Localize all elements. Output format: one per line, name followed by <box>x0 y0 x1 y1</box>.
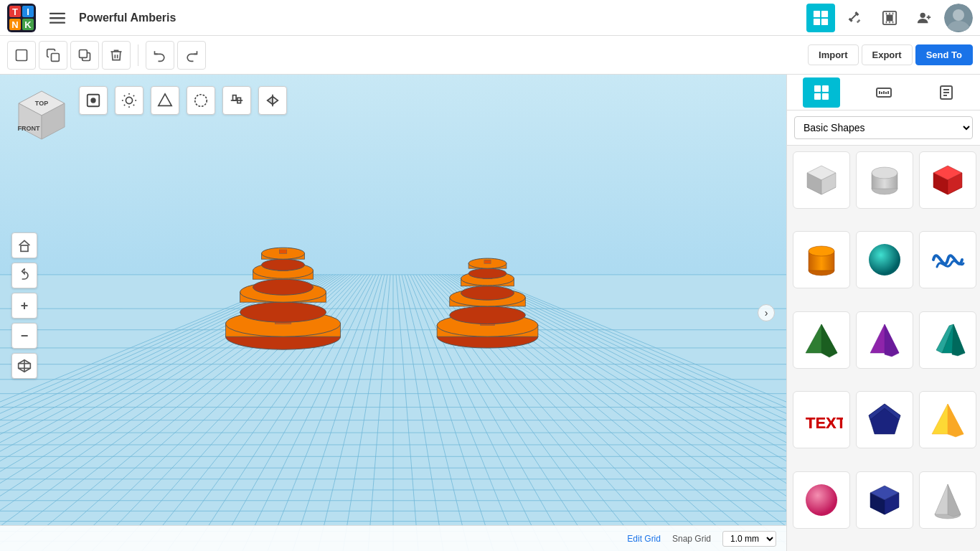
send-to-button[interactable]: Send To <box>915 44 973 65</box>
svg-marker-96 <box>952 324 965 356</box>
svg-text:TOP: TOP <box>35 100 48 107</box>
svg-rect-29 <box>17 50 27 60</box>
mirror-button[interactable] <box>258 86 287 115</box>
svg-rect-12 <box>814 10 820 17</box>
shapes-header: Basic Shapes Letters Connectors Featured <box>787 110 980 146</box>
status-bar: Edit Grid Snap Grid 1.0 mm 0.5 mm 2.0 mm <box>0 525 786 551</box>
svg-marker-111 <box>948 484 961 517</box>
shape-box-blue-dark[interactable] <box>856 471 913 529</box>
topbar-right <box>806 4 973 32</box>
svg-text:TEXT: TEXT <box>806 414 843 432</box>
svg-line-43 <box>124 95 125 96</box>
undo-button[interactable] <box>146 41 174 70</box>
svg-text:FRONT: FRONT <box>18 125 40 132</box>
svg-rect-9 <box>50 12 65 14</box>
svg-text:N: N <box>11 19 18 30</box>
export-button[interactable]: Export <box>862 44 913 65</box>
shape-pentagon-blue[interactable] <box>856 391 913 448</box>
shape-cylinder-orange[interactable] <box>793 231 850 288</box>
svg-marker-56 <box>273 97 278 105</box>
svg-marker-92 <box>821 324 837 357</box>
right-panel: Basic Shapes Letters Connectors Featured <box>786 75 980 551</box>
copy-clipboard-button[interactable] <box>39 41 67 70</box>
add-user-button[interactable] <box>910 4 938 32</box>
pcb-tab[interactable] <box>875 4 904 32</box>
svg-rect-13 <box>821 10 828 17</box>
shape-cone-gray[interactable] <box>919 471 976 529</box>
svg-rect-15 <box>821 18 828 24</box>
svg-point-40 <box>126 97 132 103</box>
shapes-grid: TEXT TEXT <box>787 146 980 551</box>
schematic-tab[interactable] <box>841 4 870 32</box>
align-button[interactable] <box>222 86 251 115</box>
circle-dashed-button[interactable] <box>187 86 215 115</box>
redo-button[interactable] <box>177 41 206 70</box>
new-button[interactable] <box>7 41 36 70</box>
shape-pyramid-green[interactable] <box>793 311 850 369</box>
tinkercad-logo[interactable]: T I N K <box>7 4 36 32</box>
svg-marker-55 <box>268 97 273 105</box>
svg-text:K: K <box>24 19 32 30</box>
ruler-tab[interactable] <box>865 77 903 108</box>
shapes-category-select[interactable]: Basic Shapes Letters Connectors Featured <box>794 116 973 139</box>
view-3d-button[interactable] <box>11 353 37 379</box>
viewport[interactable]: TOP FRONT <box>0 75 786 551</box>
svg-rect-52 <box>233 95 237 100</box>
svg-line-48 <box>133 95 134 96</box>
shape-box-gray[interactable] <box>793 151 850 209</box>
shape-scribble[interactable] <box>919 231 976 288</box>
profile-avatar[interactable] <box>944 4 973 32</box>
shape-pyramid-teal-angled[interactable] <box>919 311 976 369</box>
shape-box-red[interactable] <box>919 151 976 209</box>
shapes-tab[interactable] <box>803 77 840 108</box>
toolbar: Import Export Send To <box>0 36 980 75</box>
svg-rect-62 <box>814 85 821 92</box>
home-view-button[interactable] <box>11 232 37 258</box>
zoom-in-button[interactable]: + <box>11 293 37 319</box>
grid-view-tab[interactable] <box>806 4 835 32</box>
view-cube[interactable]: TOP FRONT <box>13 88 70 149</box>
svg-text:I: I <box>27 6 29 17</box>
svg-point-50 <box>195 95 207 107</box>
shape-pyramid-yellow[interactable] <box>919 391 976 448</box>
3d-canvas[interactable] <box>0 75 786 551</box>
notes-tab[interactable] <box>928 77 965 108</box>
svg-point-90 <box>869 244 900 276</box>
edit-grid-label[interactable]: Edit Grid <box>627 534 661 544</box>
svg-marker-49 <box>159 94 171 106</box>
svg-rect-17 <box>886 14 892 21</box>
shape-sphere-teal[interactable] <box>856 231 913 288</box>
snap-value-select[interactable]: 1.0 mm 0.5 mm 2.0 mm <box>722 531 776 547</box>
topbar: T I N K Powerful Amberis <box>0 0 980 36</box>
svg-rect-14 <box>814 18 820 24</box>
project-title: Powerful Amberis <box>79 11 799 24</box>
svg-rect-30 <box>52 53 60 61</box>
shape-cylinder-gray-hole[interactable] <box>856 151 913 209</box>
separator-1 <box>138 44 138 66</box>
rotate-view-button[interactable] <box>11 263 37 288</box>
zoom-out-button[interactable]: − <box>11 323 37 349</box>
svg-rect-10 <box>50 17 65 19</box>
shape-sphere-pink[interactable] <box>793 471 850 529</box>
viewport-top-tools <box>79 86 772 115</box>
shape-outline-button[interactable] <box>151 86 179 115</box>
shape-text-red[interactable]: TEXT TEXT <box>793 391 850 448</box>
menu-button[interactable] <box>43 4 72 32</box>
delete-button[interactable] <box>102 41 131 70</box>
shape-pyramid-purple[interactable] <box>856 311 913 369</box>
svg-text:T: T <box>12 6 18 17</box>
import-button[interactable]: Import <box>808 44 858 65</box>
expand-panel-button[interactable]: › <box>758 304 775 321</box>
main-area: TOP FRONT <box>0 75 980 551</box>
svg-line-47 <box>124 105 125 105</box>
svg-rect-64 <box>814 93 821 100</box>
svg-rect-57 <box>21 245 28 251</box>
duplicate-button[interactable] <box>70 41 99 70</box>
svg-point-82 <box>872 167 897 179</box>
svg-point-89 <box>809 246 834 256</box>
light-button[interactable] <box>115 86 143 115</box>
svg-rect-32 <box>80 50 88 57</box>
snap-grid-label: Snap Grid <box>672 534 711 544</box>
viewfinder-button[interactable] <box>79 86 108 115</box>
svg-point-39 <box>91 98 95 103</box>
